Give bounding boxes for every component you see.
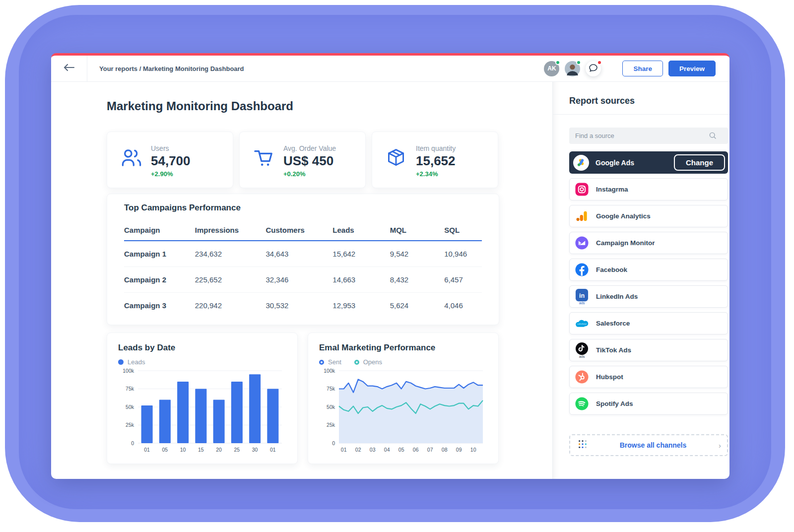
- source-list: InstagrmaGoogle AnalyticsCampaign Monito…: [569, 178, 723, 415]
- arrow-left-icon: [63, 64, 75, 73]
- search-icon: [709, 132, 717, 141]
- kpi-delta: +0.20%: [283, 170, 336, 178]
- campaigns-table-card: Top Campaigns Performance Campaign Impre…: [107, 194, 499, 325]
- kpi-value: 54,700: [151, 153, 191, 169]
- preview-button[interactable]: Preview: [668, 61, 716, 76]
- notification-dot: [597, 60, 602, 65]
- kpi-label: Users: [151, 144, 191, 152]
- source-item-google-analytics[interactable]: Google Analytics: [569, 205, 728, 227]
- package-icon: [386, 144, 409, 188]
- svg-text:15: 15: [198, 447, 204, 453]
- svg-text:50k: 50k: [327, 404, 335, 410]
- users-icon: [121, 144, 144, 188]
- avatar-initials-text: AK: [547, 65, 556, 72]
- source-item-hubspot[interactable]: Hubspot: [569, 366, 728, 388]
- salesforce-icon: salesforce: [574, 316, 589, 331]
- table-row: Campaign 3220,94230,53212,9535,6244,046: [124, 293, 482, 318]
- svg-text:01: 01: [341, 447, 347, 453]
- legend-label: Opens: [363, 358, 382, 366]
- google-ads-icon: [573, 155, 589, 171]
- metric-cell: 225,652: [195, 275, 266, 284]
- hubspot-icon: [574, 370, 589, 385]
- kpi-label: Item quantity: [416, 144, 456, 152]
- metric-cell: 32,346: [266, 275, 333, 284]
- leads-chart-title: Leads by Date: [118, 343, 286, 353]
- metric-cell: 15,642: [332, 250, 390, 258]
- svg-text:50k: 50k: [126, 404, 134, 410]
- column-header: Impressions: [195, 226, 266, 234]
- svg-text:02: 02: [355, 447, 361, 453]
- column-header: MQL: [390, 226, 445, 234]
- kpi-value: 15,652: [416, 153, 456, 169]
- svg-text:20: 20: [216, 447, 222, 453]
- metric-cell: 4,046: [444, 301, 482, 310]
- source-item-salesforce[interactable]: salesforceSalesforce: [569, 312, 728, 334]
- change-source-button[interactable]: Change: [674, 154, 725, 171]
- metric-cell: 5,624: [390, 301, 445, 310]
- legend-leads-marker: [118, 359, 124, 365]
- source-item-google-ads-selected[interactable]: Google Ads Change: [569, 151, 728, 174]
- svg-text:0: 0: [332, 440, 335, 446]
- source-item-facebook[interactable]: Facebook: [569, 259, 728, 281]
- breadcrumb[interactable]: Your reports / Marketing Monitoring Dash…: [87, 65, 544, 72]
- svg-text:75k: 75k: [126, 386, 134, 392]
- source-item-tiktok-ads[interactable]: adsTikTok Ads: [569, 339, 728, 361]
- browse-all-channels-label: Browse all channels: [588, 441, 719, 449]
- svg-text:01: 01: [144, 447, 150, 453]
- svg-text:75k: 75k: [327, 386, 335, 392]
- source-item-instagrma[interactable]: Instagrma: [569, 178, 728, 200]
- source-label: LinkedIn Ads: [596, 293, 638, 300]
- back-button[interactable]: [51, 56, 87, 81]
- comments-button[interactable]: [586, 61, 601, 76]
- online-dot: [576, 60, 581, 65]
- svg-text:01: 01: [270, 447, 276, 453]
- source-item-campaign-monitor[interactable]: Campaign Monitor: [569, 232, 728, 254]
- svg-text:03: 03: [370, 447, 376, 453]
- source-label: TikTok Ads: [596, 346, 631, 354]
- kpi-delta: +2.34%: [416, 170, 456, 178]
- source-label: Instagrma: [596, 186, 628, 193]
- online-dot: [555, 60, 560, 65]
- legend-leads: Leads: [118, 358, 145, 366]
- column-header: Leads: [332, 226, 390, 234]
- user-avatar-photo[interactable]: [565, 61, 580, 76]
- svg-text:05: 05: [162, 447, 168, 453]
- svg-text:ads: ads: [579, 354, 585, 358]
- facebook-icon: [574, 263, 589, 277]
- report-sources-panel: Report sources Google Ads Cha: [552, 82, 729, 479]
- column-header: Campaign: [124, 226, 195, 234]
- svg-text:30: 30: [252, 447, 258, 453]
- avatar-initials[interactable]: AK: [544, 61, 559, 76]
- tiktok-icon: ads: [574, 343, 589, 358]
- share-button[interactable]: Share: [622, 61, 663, 76]
- source-item-spotify-ads[interactable]: Spotify Ads: [569, 393, 728, 415]
- source-label: Facebook: [596, 266, 627, 273]
- cart-icon: [253, 144, 277, 188]
- column-header: Customers: [266, 226, 333, 234]
- metric-cell: 34,643: [266, 250, 333, 258]
- svg-text:08: 08: [442, 447, 448, 453]
- svg-text:10: 10: [180, 447, 186, 453]
- browse-all-channels-button[interactable]: Browse all channels ›: [569, 434, 728, 456]
- legend-sent: Sent: [319, 358, 341, 366]
- svg-text:04: 04: [384, 447, 390, 453]
- svg-text:05: 05: [398, 447, 404, 453]
- legend-opens: Opens: [354, 358, 382, 366]
- app-window: Your reports / Marketing Monitoring Dash…: [51, 53, 729, 479]
- legend-sent-marker: [319, 360, 324, 365]
- email-chart-card: Emal Marketing Performance Sent Opens: [308, 332, 499, 464]
- svg-text:ads: ads: [579, 301, 585, 305]
- campaign-monitor-icon: [574, 236, 589, 251]
- leads-bar-chart: 025k50k75k100k0105101520253001: [118, 368, 285, 458]
- source-item-linkedin-ads[interactable]: inadsLinkedIn Ads: [569, 285, 728, 308]
- sidebar-title: Report sources: [569, 96, 723, 106]
- search-input[interactable]: [569, 128, 728, 144]
- metric-cell: 9,542: [390, 250, 445, 258]
- campaigns-table-body: Campaign 1234,63234,64315,6429,54210,946…: [124, 241, 482, 318]
- email-chart-title: Emal Marketing Performance: [319, 343, 487, 353]
- svg-text:25: 25: [234, 447, 240, 453]
- campaigns-table-header: Campaign Impressions Customers Leads MQL…: [124, 226, 482, 241]
- metric-cell: 10,946: [444, 250, 482, 258]
- svg-text:0: 0: [131, 440, 134, 446]
- kpi-card-users: Users 54,700 +2.90%: [107, 132, 233, 188]
